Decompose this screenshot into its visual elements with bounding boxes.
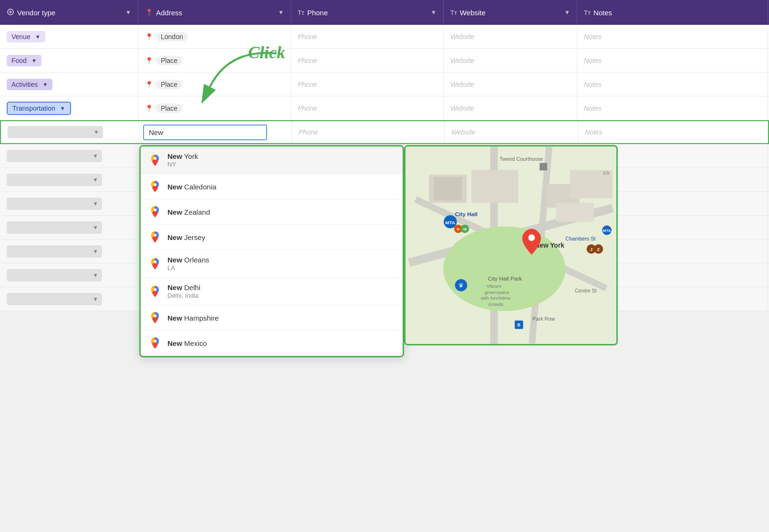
vendor-tag-venue[interactable]: Venue ▼ [7,31,45,42]
vendor-cell-activities[interactable]: Activities ▼ [0,73,138,96]
header-vendor-type[interactable]: Vendor type ▼ [0,0,138,25]
dropdown-chevron-icon: ▼ [93,200,98,207]
svg-point-7 [154,261,156,263]
suggestion-item[interactable]: New Zealand [141,199,403,225]
suggestion-text: New Zealand [167,208,210,216]
svg-text:W: W [463,227,467,231]
website-cell-row4[interactable]: Website [444,96,577,120]
suggestion-item[interactable]: New Mexico [141,331,403,356]
website-cell-row3[interactable]: Website [444,73,577,96]
venue-label: Venue [11,33,31,41]
suggestion-text: New Orleans LA [167,256,209,271]
header-address[interactable]: 📍 Address ▼ [138,0,291,25]
vendor-cell-empty[interactable]: ▼ [0,240,138,263]
svg-text:Chambers St: Chambers St [565,236,595,241]
website-cell-row1[interactable]: Website [444,25,577,48]
vendor-type-icon [7,8,14,17]
header-notes-label: Notes [593,9,612,17]
address-cell-london[interactable]: 📍 London [138,25,291,48]
maps-pin-icon [148,336,162,350]
header-notes[interactable]: Tт Notes [577,0,768,25]
website-text-icon: Tт [450,9,457,16]
phone-cell-active[interactable]: Phone [292,121,445,143]
maps-pin-icon [148,285,162,298]
phone-cell-row2[interactable]: Phone [291,49,444,72]
suggestion-item[interactable]: New Jersey [141,225,403,250]
vendor-cell-empty[interactable]: ▼ [0,263,138,287]
vendor-cell-active[interactable]: ▼ [1,121,139,143]
notes-placeholder: Notes [584,81,602,88]
svg-point-3 [154,157,156,160]
maps-pin-icon [148,230,162,244]
notes-cell-active[interactable]: Notes [578,121,768,143]
svg-rect-19 [471,170,519,203]
vendor-cell-food[interactable]: Food ▼ [0,49,138,72]
autocomplete-dropdown: New York NY New Caledonia [139,145,404,357]
svg-point-8 [154,288,156,291]
empty-vendor-dropdown[interactable]: ▼ [7,293,102,305]
address-cell-row4[interactable]: 📍 Place [138,96,291,120]
vendor-tag-transportation[interactable]: Transportation ▼ [7,102,71,115]
dropdown-chevron-icon: ▼ [93,224,98,231]
table-row: Food ▼ 📍 Place Phone Website Notes [0,49,769,73]
svg-text:J: J [590,247,592,252]
svg-rect-31 [540,163,547,171]
vendor-cell-empty[interactable]: ▼ [0,168,138,191]
dropdown-chevron-icon: ▼ [93,272,98,279]
maps-pin-icon [148,180,162,193]
transportation-label: Transportation [12,104,55,112]
address-value: London [156,32,188,42]
phone-cell-row4[interactable]: Phone [291,96,444,120]
notes-cell-row4[interactable]: Notes [577,96,768,120]
address-cell-row2[interactable]: 📍 Place [138,49,291,72]
maps-pin-icon [148,205,162,219]
website-placeholder: Website [451,128,475,136]
address-cell-row3[interactable]: 📍 Place [138,73,291,96]
notes-cell-row2[interactable]: Notes [577,49,768,72]
address-pin-icon: 📍 [145,104,153,112]
svg-text:Centre St: Centre St [575,288,597,293]
phone-cell-row3[interactable]: Phone [291,73,444,96]
suggestion-item[interactable]: New Delhi Delhi, India [141,278,403,305]
vendor-cell-empty[interactable]: ▼ [0,216,138,239]
suggestion-item[interactable]: New Orleans LA [141,250,403,278]
empty-vendor-dropdown[interactable]: ▼ [7,174,102,186]
website-placeholder: Website [450,81,474,88]
vendor-cell-empty[interactable]: ▼ [0,287,138,311]
suggestion-item[interactable]: New Hampshire [141,305,403,331]
vendor-tag-activities[interactable]: Activities ▼ [7,79,52,90]
suggestion-text: New Jersey [167,233,205,241]
vendor-cell-empty[interactable]: ▼ [0,144,138,167]
empty-vendor-dropdown[interactable]: ▼ [8,126,103,138]
address-search-input[interactable] [143,125,267,140]
table-row: Activities ▼ 📍 Place Phone Website Notes… [0,73,769,96]
suggestion-item[interactable]: New York NY [141,146,403,174]
empty-vendor-dropdown[interactable]: ▼ [7,245,102,258]
phone-cell-row1[interactable]: Phone [291,25,444,48]
notes-text-icon: Tт [584,9,591,16]
address-cell-active[interactable] [139,121,292,143]
empty-vendor-dropdown[interactable]: ▼ [7,150,102,162]
notes-cell-row1[interactable]: Notes [577,25,768,48]
svg-point-6 [154,234,156,237]
empty-vendor-dropdown[interactable]: ▼ [7,221,102,234]
vendor-cell-empty[interactable]: ▼ [0,192,138,215]
notes-cell-row3[interactable]: Notes [577,73,768,96]
header-website[interactable]: Tт Website ▼ [444,0,577,25]
website-cell-row2[interactable]: Website [444,49,577,72]
notes-placeholder: Notes [584,57,602,64]
address-pin-icon: 📍 [145,57,153,64]
vendor-tag-food[interactable]: Food ▼ [7,55,42,66]
food-label: Food [11,57,27,64]
empty-vendor-dropdown[interactable]: ▼ [7,198,102,210]
empty-vendor-dropdown[interactable]: ▼ [7,269,102,282]
table-header: Vendor type ▼ 📍 Address ▼ Tт Phone ▼ Tт … [0,0,769,25]
suggestion-item[interactable]: New Caledonia [141,174,403,199]
svg-text:City Hall: City Hall [455,211,478,218]
vendor-cell-transportation[interactable]: Transportation ▼ [0,96,138,120]
website-cell-active[interactable]: Website [445,121,578,143]
header-phone[interactable]: Tт Phone ▼ [291,0,444,25]
vendor-cell-venue[interactable]: Venue ▼ [0,25,138,48]
phone-placeholder: Phone [298,81,317,88]
svg-point-52 [528,234,535,241]
